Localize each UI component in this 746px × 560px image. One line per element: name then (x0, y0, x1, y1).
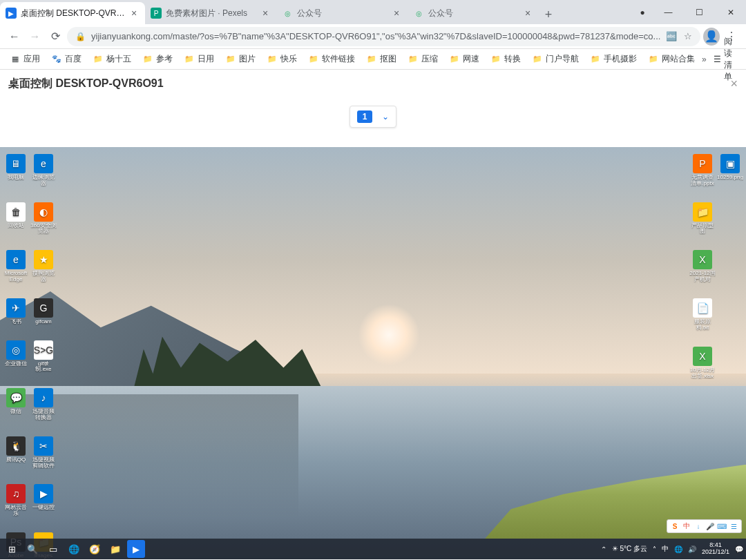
icon-label: 企业微信 (5, 361, 27, 367)
desktop-icon[interactable]: 🐧腾讯QQ (3, 436, 29, 470)
desktop-icon[interactable]: ◐360安全浏览器 (30, 202, 57, 235)
bookmark-apps[interactable]: ▦应用 (6, 50, 44, 68)
tray-chevron-icon[interactable]: ⌃ (601, 545, 606, 553)
bookmark-folder[interactable]: 📁门户导航 (528, 50, 583, 68)
new-tab-button[interactable]: + (539, 5, 558, 24)
back-button[interactable]: ← (6, 27, 23, 46)
bookmark-folder[interactable]: 📁抠图 (362, 50, 401, 68)
bookmarks-overflow[interactable]: » (702, 55, 707, 64)
ime-indicator[interactable]: 中 (662, 544, 669, 554)
desktop-icon[interactable]: ♫网易云音乐 (3, 484, 29, 517)
icon-label: 边缘浏览器 (30, 175, 57, 187)
desktop-icon[interactable]: X10月-12月出货.xlsx (689, 347, 716, 380)
desktop-icon[interactable]: 💬微信 (3, 388, 29, 421)
task-view-icon[interactable]: ▭ (44, 540, 62, 558)
start-button[interactable]: ⊞ (3, 540, 21, 558)
folder-icon: 📁 (225, 54, 236, 65)
close-icon[interactable]: × (522, 8, 533, 19)
desktop-icon[interactable]: S>Ggif录制.exe (30, 340, 57, 374)
close-icon[interactable]: × (391, 8, 402, 19)
volume-icon[interactable]: 🔊 (688, 545, 696, 553)
desktop-icon[interactable]: X2021-12国产机对比... (689, 250, 716, 283)
bookmark-folder[interactable]: 📁压缩 (403, 50, 442, 68)
folder-icon: 📁 (532, 54, 543, 65)
bookmark-folder[interactable]: 📁图片 (221, 50, 260, 68)
ime-menu-icon[interactable]: ☰ (729, 521, 738, 531)
desktop-icon[interactable]: ✈飞书 (3, 298, 29, 325)
app-icon: 📄 (693, 298, 712, 318)
desktop-icon[interactable]: Ggifcam (30, 298, 57, 325)
bookmarks-bar: ▦应用 🐾百度 📁杨十五 📁参考 📁日用 📁图片 📁快乐 📁软件链接 📁抠图 📁… (0, 49, 746, 70)
clock[interactable]: 8:41 2021/12/1 (702, 542, 729, 556)
page-title: 桌面控制 DESKTOP-QVR6O91 (8, 77, 164, 91)
site-info-icon[interactable]: 🔒 (75, 32, 86, 41)
app-icon: S>G (34, 340, 53, 360)
remote-desktop-view[interactable]: 🖥我电脑e边缘浏览器🗑回收站◐360安全浏览器eMicrosoft Edge★搜… (0, 147, 746, 559)
close-icon[interactable]: × (260, 8, 271, 19)
notifications-icon[interactable]: 💬 (735, 545, 743, 553)
ime-logo-icon[interactable]: S (670, 521, 680, 531)
app-icon: e (34, 154, 53, 173)
desktop-icon[interactable]: e边缘浏览器 (30, 154, 57, 187)
icon-label: 10月-12月出货.xlsx (689, 367, 716, 380)
ime-arrow-icon[interactable]: ↓ (694, 521, 703, 531)
tab-2[interactable]: P 免费素材图片 · Pexels × (145, 2, 276, 24)
desktop-icon[interactable]: ▣10259.png (717, 154, 743, 187)
maximize-button[interactable]: ☐ (684, 2, 715, 23)
close-icon[interactable]: × (730, 77, 738, 91)
bookmark-star-icon[interactable]: ☆ (684, 31, 692, 41)
bookmark-folder[interactable]: 📁杨十五 (88, 50, 135, 68)
display-dropdown[interactable]: 1 ⌄ (350, 106, 396, 128)
tab-4[interactable]: ◎ 公众号 × (408, 2, 539, 24)
ime-keyboard-icon[interactable]: ⌨ (717, 521, 727, 531)
tray-chevron-up-icon[interactable]: ˄ (653, 545, 656, 553)
close-icon[interactable]: × (128, 8, 140, 19)
bookmark-folder[interactable]: 📁网站合集 (644, 50, 699, 68)
app-icon: ▶ (34, 484, 53, 503)
folder-icon: 📁 (308, 54, 319, 65)
network-icon[interactable]: 🌐 (674, 545, 682, 553)
desktop-icon[interactable]: 🗑回收站 (3, 202, 29, 235)
taskbar-app-remote[interactable]: ▶ (127, 540, 145, 558)
tab-1[interactable]: ▶ 桌面控制 DESKTOP-QVR6O91 × (0, 2, 145, 24)
desktop-icon[interactable]: 🖥我电脑 (3, 154, 29, 187)
forward-button[interactable]: → (26, 27, 44, 46)
bookmark-folder[interactable]: 📁软件链接 (304, 50, 359, 68)
desktop-icon[interactable]: ✂迅捷视频剪辑软件 (30, 436, 57, 470)
list-icon: ☰ (714, 55, 721, 64)
window-controls: ● — ☐ ✕ (632, 0, 746, 24)
bookmark-folder[interactable]: 📁手机摄影 (586, 50, 641, 68)
folder-icon: 📁 (366, 54, 377, 65)
translate-icon[interactable]: 🔤 (666, 31, 677, 41)
taskbar-app-folder[interactable]: 📁 (106, 540, 124, 558)
address-bar[interactable]: 🔒 yijianyuankong.com/maste/?os=%7B"name"… (67, 27, 700, 46)
taskbar-app-browser[interactable]: 🧭 (86, 540, 104, 558)
bookmark-folder[interactable]: 📁网速 (445, 50, 484, 68)
close-button[interactable]: ✕ (715, 2, 746, 23)
desktop-icon[interactable]: 📄服装原料.txt (689, 298, 716, 331)
reload-button[interactable]: ⟳ (46, 27, 64, 46)
ime-voice-icon[interactable]: 🎤 (705, 521, 715, 531)
bookmark-folder[interactable]: 📁快乐 (262, 50, 301, 68)
folder-icon: 📁 (590, 54, 601, 65)
desktop-icon[interactable]: P无意调查清单.pptx (689, 154, 716, 187)
desktop-icon[interactable]: eMicrosoft Edge (3, 250, 29, 283)
bookmark-folder[interactable]: 📁日用 (180, 50, 218, 68)
ime-toolbar[interactable]: S 中 ↓ 🎤 ⌨ ☰ (667, 519, 742, 533)
desktop-icon[interactable]: ◎企业微信 (3, 340, 29, 374)
minimize-button[interactable]: — (653, 2, 684, 23)
desktop-icon[interactable]: ▶一键远控 (30, 484, 57, 517)
taskbar-app-chrome[interactable]: 🌐 (65, 540, 83, 558)
bookmark-folder[interactable]: 📁转换 (486, 50, 525, 68)
ime-lang-toggle[interactable]: 中 (682, 521, 691, 531)
search-icon[interactable]: 🔍 (23, 540, 41, 558)
desktop-icon[interactable]: 📁产品原型图 (689, 202, 716, 235)
tab-3[interactable]: ◎ 公众号 × (276, 2, 408, 24)
account-icon[interactable]: ● (632, 2, 653, 23)
weather-widget[interactable]: ☀ 5°C 多云 (612, 544, 647, 554)
desktop-icon[interactable]: ♪迅捷音频转换器 (30, 388, 57, 421)
bookmark-folder[interactable]: 📁参考 (138, 50, 177, 68)
apps-icon: ▦ (10, 54, 21, 65)
bookmark-baidu[interactable]: 🐾百度 (47, 50, 86, 68)
desktop-icon[interactable]: ★搜狗浏览器 (30, 250, 57, 283)
